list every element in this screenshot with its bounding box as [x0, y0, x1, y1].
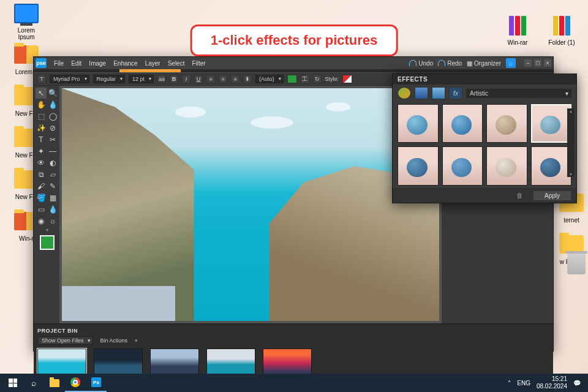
clock[interactable]: 15:21 08.02.2024: [537, 375, 567, 390]
hand-tool[interactable]: ✋: [36, 99, 47, 110]
font-family-select[interactable]: Myriad Pro: [50, 75, 89, 83]
organizer-button[interactable]: ▦ Organizer: [467, 60, 501, 67]
canvas-area[interactable]: [59, 86, 442, 323]
bin-title: PROJECT BIN: [37, 326, 549, 335]
apply-button[interactable]: Apply: [533, 190, 571, 201]
effect-thumb[interactable]: [486, 104, 527, 143]
crop-tool[interactable]: ✂: [47, 134, 58, 145]
bin-actions-label[interactable]: Bin Actions: [100, 337, 128, 344]
bin-show-select[interactable]: Show Open Files: [37, 336, 93, 345]
icon-label: ternet: [556, 217, 587, 224]
desktop-icon-trash[interactable]: [561, 254, 588, 274]
warp-text-icon[interactable]: 工: [301, 75, 309, 83]
menu-filter[interactable]: Filter: [188, 60, 209, 67]
smartbrush-tool[interactable]: ✎: [47, 181, 58, 192]
close-button[interactable]: ×: [544, 59, 551, 67]
text-tool-icon[interactable]: T: [37, 75, 46, 83]
effects-category-select[interactable]: Artistic: [466, 89, 571, 98]
effect-thumb[interactable]: [486, 146, 527, 185]
effect-thumb[interactable]: [531, 146, 572, 185]
leading-select[interactable]: (Auto): [255, 75, 284, 83]
effect-thumb[interactable]: [442, 146, 483, 185]
effects-header: EFFECTS: [393, 74, 576, 85]
clone-tool[interactable]: ⧉: [36, 169, 47, 180]
search-button[interactable]: ⌕: [23, 374, 44, 392]
font-weight-select[interactable]: Regular: [93, 75, 126, 83]
effect-thumb[interactable]: [398, 104, 439, 143]
effect-thumb[interactable]: [398, 146, 439, 185]
align-center-icon[interactable]: ≡: [219, 75, 227, 83]
healing-tool[interactable]: ◐: [47, 157, 58, 168]
desktop-icon-winrar[interactable]: Win-rar: [502, 16, 533, 46]
straighten-tool[interactable]: —: [47, 146, 58, 157]
gradient-tool[interactable]: ▦: [47, 192, 58, 203]
wand-tool[interactable]: ✨: [36, 123, 47, 134]
desktop-icon-thispc[interactable]: Lorem Ipsum: [11, 4, 42, 40]
menu-file[interactable]: File: [50, 60, 67, 67]
tab-strip: [34, 69, 553, 72]
menu-edit[interactable]: Edit: [67, 60, 85, 67]
pse-button[interactable]: Ps: [86, 374, 107, 392]
effect-thumb-selected[interactable]: [531, 104, 572, 143]
icon-label: Lorem Ipsum: [11, 27, 42, 40]
redo-button[interactable]: Redo: [438, 60, 462, 67]
bucket-tool[interactable]: 🪣: [36, 192, 47, 203]
explorer-button[interactable]: [44, 374, 65, 392]
align-left-icon[interactable]: ≡: [206, 75, 215, 83]
undo-button[interactable]: Undo: [409, 60, 433, 67]
monitor-icon: [14, 4, 39, 23]
home-button[interactable]: ⌂: [506, 58, 516, 68]
foreground-color[interactable]: [40, 235, 55, 250]
icon-label: Win-rar: [502, 39, 533, 46]
filters-tab[interactable]: [398, 87, 411, 99]
eraser-tool[interactable]: ▱: [47, 169, 58, 180]
desktop-icon-folder[interactable]: Folder (1): [546, 16, 577, 46]
minimize-button[interactable]: −: [524, 59, 532, 67]
layer-styles-tab[interactable]: [415, 87, 428, 99]
photo-effects-tab[interactable]: [432, 87, 445, 99]
brush-tool[interactable]: 🖌: [36, 181, 47, 192]
menu-enhance[interactable]: Enhance: [110, 60, 141, 67]
chrome-button[interactable]: [65, 374, 86, 392]
move-tool[interactable]: ↖: [36, 88, 47, 99]
start-button[interactable]: [2, 374, 23, 392]
menu-select[interactable]: Select: [164, 60, 189, 67]
shape-tool[interactable]: ▭: [36, 204, 47, 215]
undo-icon: [409, 60, 417, 66]
selection-brush-tool[interactable]: ⊘: [47, 123, 58, 134]
italic-icon[interactable]: I: [182, 75, 190, 83]
all-tab[interactable]: fx: [449, 87, 462, 99]
style-swatch[interactable]: [342, 75, 352, 83]
taskbar: ⌕ Ps ˄ ENG 15:21 08.02.2024 💬: [0, 374, 588, 392]
blur-tool[interactable]: 💧: [47, 204, 58, 215]
menu-layer[interactable]: Layer: [141, 60, 164, 67]
redo-icon: [438, 60, 445, 66]
underline-icon[interactable]: U: [194, 75, 203, 83]
language-indicator[interactable]: ENG: [517, 380, 530, 386]
trash-icon: [567, 254, 586, 274]
dodge-tool[interactable]: ☼: [47, 216, 58, 227]
redeye-tool[interactable]: 👁: [36, 157, 47, 168]
leading-icon[interactable]: ⬍: [243, 75, 252, 83]
sponge-tool[interactable]: ◉: [36, 216, 47, 227]
eyedropper-tool[interactable]: 💧: [47, 99, 58, 110]
cookie-cutter-tool[interactable]: ✦: [36, 146, 47, 157]
maximize-button[interactable]: □: [534, 59, 541, 67]
expand-toolbox[interactable]: ▾: [36, 227, 58, 232]
orientation-icon[interactable]: ↻: [313, 75, 322, 83]
antialias-icon[interactable]: aa: [157, 75, 166, 83]
bold-icon[interactable]: B: [170, 75, 178, 83]
effect-thumb[interactable]: [442, 104, 483, 143]
font-size-select[interactable]: 12 pt: [129, 75, 154, 83]
marquee-tool[interactable]: ⬚: [36, 111, 47, 122]
delete-effect-button[interactable]: 🗑: [516, 192, 523, 199]
align-right-icon[interactable]: ≡: [231, 75, 239, 83]
lasso-tool[interactable]: ◯: [47, 111, 58, 122]
type-tool[interactable]: T: [36, 134, 47, 145]
menu-image[interactable]: Image: [85, 60, 110, 67]
effects-scrollbar[interactable]: [567, 108, 575, 177]
zoom-tool[interactable]: 🔍: [47, 88, 58, 99]
text-color-swatch[interactable]: [287, 75, 297, 83]
tray-chevron-icon[interactable]: ˄: [508, 380, 511, 386]
notifications-button[interactable]: 💬: [573, 380, 581, 386]
